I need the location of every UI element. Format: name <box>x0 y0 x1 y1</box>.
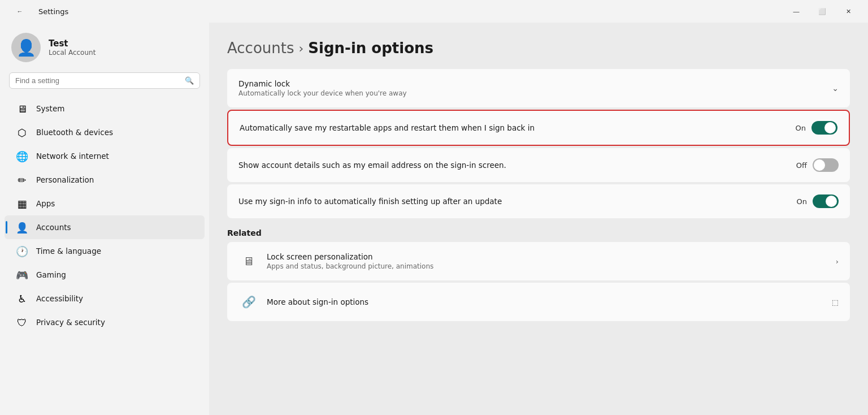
sidebar-item-personalization[interactable]: ✏ Personalization <box>5 168 205 192</box>
app-body: 👤 Test Local Account 🔍 🖥 System ⬡ Blueto… <box>0 23 868 415</box>
related-subtitle-lock-screen: Apps and status, background picture, ani… <box>267 262 433 270</box>
search-input[interactable] <box>15 76 180 85</box>
toggle-thumb-restart-apps-row <box>824 122 836 133</box>
nav-list: 🖥 System ⬡ Bluetooth & devices 🌐 Network… <box>0 97 209 334</box>
network-icon: 🌐 <box>16 150 28 162</box>
close-button[interactable]: ✕ <box>835 2 861 20</box>
avatar: 👤 <box>11 33 41 62</box>
row-subtitle-dynamic-lock-row: Automatically lock your device when you'… <box>238 89 407 97</box>
external-link-icon: ⬚ <box>832 298 839 306</box>
breadcrumb-current: Sign-in options <box>308 40 433 57</box>
settings-row-account-details-row[interactable]: Show account details such as my email ad… <box>227 148 850 182</box>
toggle-label-restart-apps-row: On <box>796 124 806 132</box>
sidebar-item-network[interactable]: 🌐 Network & internet <box>5 144 205 168</box>
sidebar-item-label-apps: Apps <box>36 199 55 208</box>
row-title-restart-apps-row: Automatically save my restartable apps a… <box>240 123 535 132</box>
related-row-left-more-sign-in: 🔗 More about sign-in options <box>238 292 368 312</box>
related-section: Related 🖥 Lock screen personalization Ap… <box>227 228 850 321</box>
settings-row-right-dynamic-lock-row: ⌄ <box>832 84 839 93</box>
sidebar-item-system[interactable]: 🖥 System <box>5 97 205 120</box>
back-button[interactable]: ← <box>7 2 33 20</box>
search-container: 🔍 <box>0 70 209 97</box>
breadcrumb-parent[interactable]: Accounts <box>227 40 294 57</box>
related-row-more-sign-in[interactable]: 🔗 More about sign-in options ⬚ <box>227 283 850 321</box>
settings-row-text-dynamic-lock-row: Dynamic lock Automatically lock your dev… <box>238 79 407 97</box>
privacy-icon: 🛡 <box>16 316 28 328</box>
related-text-more-sign-in: More about sign-in options <box>267 297 368 306</box>
related-title-more-sign-in: More about sign-in options <box>267 297 368 306</box>
settings-row-right-sign-in-info-row: On <box>797 194 839 208</box>
title-bar: ← Settings — ⬜ ✕ <box>0 0 868 23</box>
main-content: Accounts › Sign-in options Dynamic lock … <box>209 23 868 415</box>
settings-row-sign-in-info-row[interactable]: Use my sign-in info to automatically fin… <box>227 184 850 218</box>
settings-card-dynamic-lock: Dynamic lock Automatically lock your dev… <box>227 69 850 107</box>
title-bar-left: ← Settings <box>7 2 68 20</box>
related-icon-lock-screen: 🖥 <box>238 251 259 271</box>
window-controls: — ⬜ ✕ <box>783 2 861 20</box>
settings-row-restart-apps-row[interactable]: Automatically save my restartable apps a… <box>228 111 849 145</box>
settings-card-sign-in-info: Use my sign-in info to automatically fin… <box>227 184 850 218</box>
row-title-account-details-row: Show account details such as my email ad… <box>238 161 506 170</box>
settings-row-text-account-details-row: Show account details such as my email ad… <box>238 161 506 170</box>
toggle-sign-in-info-row[interactable] <box>813 194 839 208</box>
accessibility-icon: ♿ <box>16 292 28 305</box>
related-title: Related <box>227 228 850 237</box>
sidebar-item-label-personalization: Personalization <box>36 175 94 184</box>
sidebar-item-label-bluetooth: Bluetooth & devices <box>36 128 113 137</box>
related-text-lock-screen: Lock screen personalization Apps and sta… <box>267 252 433 270</box>
sidebar-item-label-gaming: Gaming <box>36 270 66 279</box>
chevron-right-icon: › <box>836 257 839 266</box>
toggle-thumb-sign-in-info-row <box>826 196 837 207</box>
apps-icon: ▦ <box>16 197 28 210</box>
user-icon: 👤 <box>16 38 36 57</box>
user-profile: 👤 Test Local Account <box>0 23 209 70</box>
toggle-label-account-details-row: Off <box>796 161 807 170</box>
sidebar-item-accounts[interactable]: 👤 Accounts <box>5 215 205 239</box>
sidebar-item-label-time: Time & language <box>36 247 101 256</box>
user-name: Test <box>49 38 96 49</box>
related-items: 🖥 Lock screen personalization Apps and s… <box>227 242 850 321</box>
time-icon: 🕐 <box>16 245 28 257</box>
gaming-icon: 🎮 <box>16 269 28 281</box>
sidebar-item-label-system: System <box>36 104 64 113</box>
related-row-left-lock-screen: 🖥 Lock screen personalization Apps and s… <box>238 251 433 271</box>
chevron-down-icon: ⌄ <box>832 84 839 93</box>
sidebar-item-privacy[interactable]: 🛡 Privacy & security <box>5 310 205 334</box>
row-title-sign-in-info-row: Use my sign-in info to automatically fin… <box>238 197 502 206</box>
minimize-button[interactable]: — <box>783 2 809 20</box>
related-icon-more-sign-in: 🔗 <box>238 292 259 312</box>
settings-card-account-details: Show account details such as my email ad… <box>227 148 850 182</box>
sidebar-item-time[interactable]: 🕐 Time & language <box>5 239 205 263</box>
settings-row-text-sign-in-info-row: Use my sign-in info to automatically fin… <box>238 197 502 206</box>
sidebar-item-accessibility[interactable]: ♿ Accessibility <box>5 287 205 310</box>
app-title: Settings <box>38 7 68 16</box>
breadcrumb: Accounts › Sign-in options <box>227 40 850 57</box>
search-box[interactable]: 🔍 <box>9 72 200 89</box>
settings-row-text-restart-apps-row: Automatically save my restartable apps a… <box>240 123 535 132</box>
toggle-account-details-row[interactable] <box>813 158 839 172</box>
personalization-icon: ✏ <box>16 174 28 186</box>
row-title-dynamic-lock-row: Dynamic lock <box>238 79 407 88</box>
sidebar: 👤 Test Local Account 🔍 🖥 System ⬡ Blueto… <box>0 23 209 415</box>
sidebar-item-label-accessibility: Accessibility <box>36 294 83 303</box>
settings-row-right-restart-apps-row: On <box>796 121 837 135</box>
toggle-restart-apps-row[interactable] <box>811 121 837 135</box>
related-title-lock-screen: Lock screen personalization <box>267 252 433 261</box>
search-icon: 🔍 <box>185 76 194 85</box>
user-info: Test Local Account <box>49 38 96 57</box>
sidebar-item-gaming[interactable]: 🎮 Gaming <box>5 263 205 287</box>
settings-row-right-account-details-row: Off <box>796 158 839 172</box>
bluetooth-icon: ⬡ <box>16 126 28 139</box>
toggle-thumb-account-details-row <box>814 159 825 171</box>
user-account-type: Local Account <box>49 49 96 57</box>
maximize-button[interactable]: ⬜ <box>809 2 835 20</box>
sidebar-item-label-privacy: Privacy & security <box>36 318 105 327</box>
related-row-lock-screen[interactable]: 🖥 Lock screen personalization Apps and s… <box>227 242 850 280</box>
sidebar-item-label-network: Network & internet <box>36 152 109 161</box>
settings-row-dynamic-lock-row[interactable]: Dynamic lock Automatically lock your dev… <box>227 69 850 107</box>
breadcrumb-separator: › <box>299 41 304 55</box>
sidebar-item-apps[interactable]: ▦ Apps <box>5 192 205 215</box>
toggle-label-sign-in-info-row: On <box>797 197 807 206</box>
settings-cards: Dynamic lock Automatically lock your dev… <box>227 69 850 218</box>
sidebar-item-bluetooth[interactable]: ⬡ Bluetooth & devices <box>5 120 205 144</box>
